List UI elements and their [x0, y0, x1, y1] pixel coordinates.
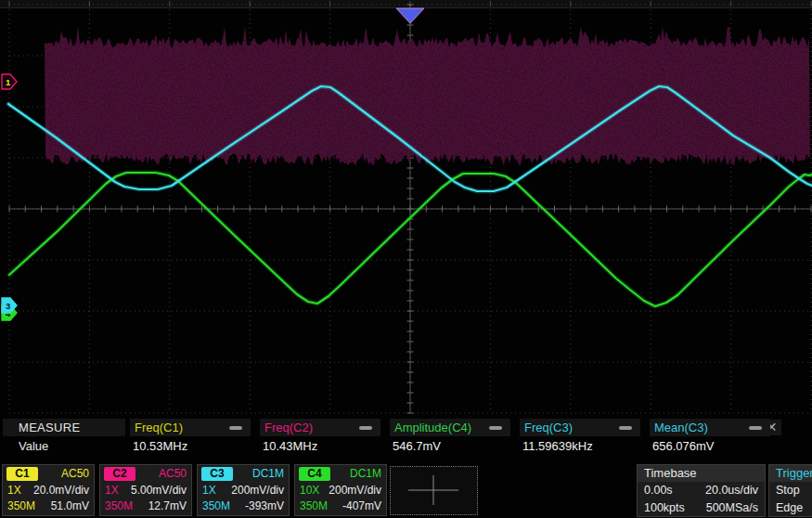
measure-col-label: Freq(C3)	[524, 419, 573, 436]
channel-marker-label: 3	[6, 301, 10, 311]
channel-scale: 200mV/div	[329, 484, 381, 498]
trigger-type: Edge	[769, 499, 812, 517]
channel-atten: 1X	[202, 484, 216, 498]
measure-header-row: MEASURE ✕ Freq(C1)Freq(C2)Amplitude(C4)F…	[0, 419, 812, 436]
collapse-measure-icon[interactable]	[359, 426, 372, 430]
channel-offset: 12.7mV	[148, 499, 187, 513]
channel-tab-c3[interactable]: C3	[201, 467, 233, 481]
measure-value: 656.076mV	[652, 437, 715, 456]
collapse-measure-icon[interactable]	[749, 426, 762, 430]
measure-value: 10.53MHz	[133, 437, 187, 456]
measure-col-label: Freq(C2)	[264, 419, 313, 436]
channel-box-c1[interactable]: C1AC501X20.0mV/div350M51.0mV	[2, 464, 95, 516]
timebase-scale: 20.0us/div	[705, 482, 758, 499]
channel-scale: 200mV/div	[231, 484, 284, 498]
measure-col-freq-c1-[interactable]: Freq(C1)	[130, 419, 251, 436]
timebase-delay: 0.00s	[644, 482, 673, 499]
channel-bandwidth: 350M	[202, 499, 230, 513]
channel-box-c4[interactable]: C4DC1M10X200mV/div350M-407mV	[294, 464, 387, 516]
channel-atten: 1X	[105, 484, 119, 498]
channel-scale: 5.00mV/div	[131, 484, 187, 498]
measure-value-row: Value 10.53MHz10.43MHz546.7mV11.59639kHz…	[0, 437, 812, 456]
trigger-status: Stop	[769, 482, 812, 499]
plus-crosshair-icon	[391, 467, 477, 514]
oscilloscope-screen: 431 MEASURE ✕ Freq(C1)Freq(C2)Amplitude(…	[0, 0, 812, 518]
channel-coupling: AC50	[61, 467, 89, 481]
waveform-display: 431	[0, 0, 812, 416]
channel-tab-c2[interactable]: C2	[104, 467, 135, 481]
timebase-title: Timebase	[638, 465, 765, 482]
measure-value-label: Value	[19, 437, 48, 456]
collapse-measure-icon[interactable]	[489, 426, 502, 430]
measure-col-label: Amplitude(C4)	[394, 419, 471, 436]
measure-col-mean-c3-[interactable]: Mean(C3)	[650, 419, 770, 436]
timebase-panel[interactable]: Timebase 0.00s 20.0us/div 100kpts 500MSa…	[637, 464, 766, 517]
channel-coupling: DC1M	[350, 467, 381, 481]
timebase-sample-rate: 500MSa/s	[706, 499, 758, 517]
channel-bandwidth: 350M	[7, 499, 35, 513]
measure-col-label: Freq(C1)	[135, 419, 183, 436]
channel-bandwidth: 350M	[300, 499, 328, 513]
measure-col-amplitude-c4-[interactable]: Amplitude(C4)	[390, 419, 510, 436]
trigger-title: Trigger	[769, 465, 812, 482]
measure-col-freq-c2-[interactable]: Freq(C2)	[260, 419, 380, 436]
measure-value: 10.43MHz	[263, 437, 317, 456]
channel-scale: 20.0mV/div	[33, 484, 89, 498]
channel-atten: 10X	[300, 484, 319, 498]
measure-col-freq-c3-[interactable]: Freq(C3)	[520, 419, 640, 436]
channel-bandwidth: 350M	[105, 499, 133, 513]
channel-box-c3[interactable]: C3DC1M1X200mV/div350M-393mV	[197, 464, 290, 516]
add-channel-box[interactable]	[390, 466, 478, 515]
measure-value: 546.7mV	[393, 437, 441, 456]
collapse-measure-icon[interactable]	[619, 426, 632, 430]
channel-offset: -393mV	[245, 499, 284, 513]
trigger-panel[interactable]: Trigger Stop Edge	[768, 464, 812, 517]
measure-title: MEASURE	[3, 419, 125, 436]
channel-offset: 51.0mV	[51, 499, 89, 513]
timebase-memory: 100kpts	[644, 499, 685, 517]
measure-col-label: Mean(C3)	[654, 419, 708, 436]
trigger-position-marker[interactable]	[396, 8, 424, 23]
channel-box-c2[interactable]: C2AC501X5.00mV/div350M12.7mV	[99, 464, 192, 516]
collapse-measure-icon[interactable]	[229, 426, 242, 430]
channel-atten: 1X	[7, 484, 21, 498]
channel-tab-c1[interactable]: C1	[6, 467, 38, 481]
channel-coupling: DC1M	[252, 467, 284, 481]
channel-coupling: AC50	[159, 467, 187, 481]
channel-offset: -407mV	[342, 499, 381, 513]
measure-value: 11.59639kHz	[522, 437, 593, 456]
channel-tab-c4[interactable]: C4	[299, 467, 330, 481]
channel-marker-label: 1	[6, 77, 11, 87]
graticule-svg: 431	[0, 0, 812, 416]
